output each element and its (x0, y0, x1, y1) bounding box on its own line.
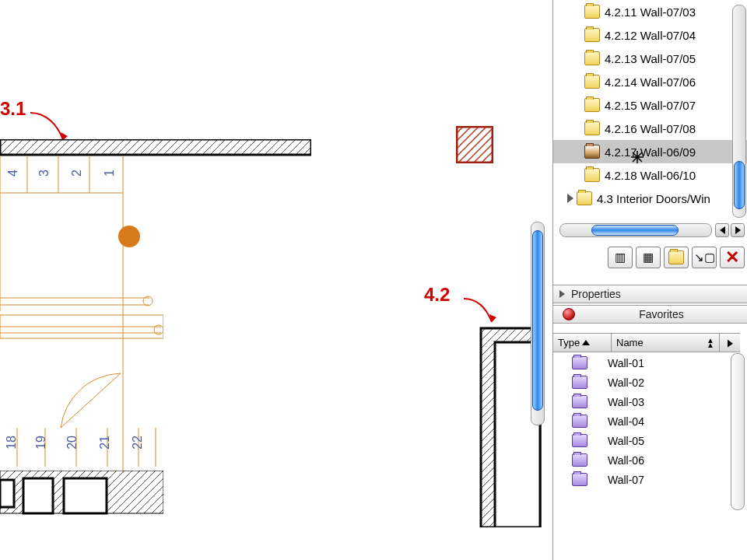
wall-lower (0, 471, 163, 517)
column-header-name-label: Name (616, 337, 644, 348)
tree-item-label: 4.2.17 Wall-06/09 (605, 145, 696, 159)
tree-item[interactable]: 4.2.18 Wall-06/10 (553, 163, 747, 187)
tree-item-label: 4.3 Interior Doors/Win (597, 192, 710, 205)
favorite-row[interactable]: Wall-04 (553, 411, 729, 431)
favorite-folder-icon (572, 356, 587, 369)
favorite-name: Wall-04 (608, 415, 644, 428)
tree-item[interactable]: 4.2.15 Wall-07/07 (553, 93, 747, 117)
stair-number: 2 (70, 170, 84, 177)
sort-icon: ▲▲ (707, 338, 714, 348)
properties-label: Properties (571, 288, 621, 300)
tree-hscroll-thumb[interactable] (591, 225, 679, 236)
wall-horizontal (0, 139, 311, 156)
favorites-header[interactable]: Favorites (553, 305, 747, 324)
column-header-name[interactable]: Name ▲▲ (612, 334, 720, 352)
favorite-folder-icon (572, 415, 587, 428)
favorite-folder-icon (572, 453, 587, 467)
folder-icon (584, 51, 600, 65)
tree-item[interactable]: 4.2.16 Wall-07/08 (553, 117, 747, 140)
favorite-row[interactable]: Wall-07 (553, 470, 729, 489)
sort-ascending-icon (582, 340, 590, 345)
favorites-list[interactable]: Wall-01 Wall-02 Wall-03 Wall-04 Wall-05 … (553, 353, 729, 489)
favorites-table-header: Type Name ▲▲ ▶ (553, 333, 740, 352)
view-tree[interactable]: 4.2.11 Wall-07/03 4.2.12 Wall-07/04 4.2.… (553, 0, 747, 218)
toolbar-button-folder[interactable] (664, 247, 689, 268)
stair-number: 19 (34, 436, 48, 450)
stair-number: 1 (103, 170, 117, 177)
tree-item-label: 4.2.11 Wall-07/03 (605, 5, 696, 19)
folder-icon (577, 191, 592, 205)
tree-item-label: 4.2.13 Wall-07/05 (605, 52, 696, 65)
stair-number: 20 (65, 436, 79, 450)
tree-scrollbar-thumb[interactable] (734, 161, 745, 209)
column-header-type-label: Type (558, 337, 580, 348)
folder-icon (584, 121, 600, 135)
favorite-row[interactable]: Wall-05 (553, 431, 729, 450)
tree-item[interactable]: 4.2.12 Wall-07/04 (553, 23, 747, 47)
annotation-3-1: 3.1 (0, 98, 26, 120)
stair-number: 3 (37, 170, 51, 177)
toolbar-button-view[interactable]: ▥ (608, 247, 633, 268)
panel-toolbar: ▥ ▦ ↘▢ ✕ (553, 244, 747, 271)
column-overflow[interactable]: ▶ (720, 334, 740, 352)
favorite-name: Wall-06 (608, 454, 644, 467)
favorite-name: Wall-02 (608, 376, 644, 389)
svg-rect-0 (0, 139, 311, 155)
annotation-4-2: 4.2 (424, 284, 450, 306)
stair-number: 22 (131, 436, 145, 450)
scroll-right-button[interactable] (731, 223, 745, 237)
annotation-arrow-4-2 (461, 294, 500, 329)
toolbar-button-delete[interactable]: ✕ (720, 247, 745, 268)
favorite-name: Wall-01 (608, 357, 644, 369)
tree-item[interactable]: 4.2.14 Wall-07/06 (553, 70, 747, 93)
folder-icon (584, 5, 600, 19)
favorite-folder-icon (572, 473, 587, 486)
favorites-label: Favorites (575, 308, 747, 320)
stair-number: 18 (5, 436, 19, 450)
tree-item-label: 4.2.12 Wall-07/04 (605, 29, 696, 42)
favorite-row[interactable]: Wall-03 (553, 392, 729, 411)
column-header-type[interactable]: Type (553, 334, 612, 352)
scroll-left-button[interactable] (715, 223, 729, 237)
disclosure-triangle-icon[interactable] (567, 194, 573, 203)
svg-rect-24 (64, 478, 107, 513)
toolbar-button-import[interactable]: ↘▢ (692, 247, 717, 268)
stair-number: 21 (98, 436, 112, 450)
tree-vertical-scrollbar[interactable] (732, 5, 746, 218)
tree-horizontal-scrollbar[interactable] (559, 223, 712, 237)
red-hatch-marker (456, 126, 493, 163)
favorites-vertical-scrollbar[interactable] (731, 353, 745, 510)
side-panel: 4.2.11 Wall-07/03 4.2.12 Wall-07/04 4.2.… (552, 0, 747, 560)
svg-rect-22 (0, 480, 14, 507)
tree-item-label: 4.2.15 Wall-07/07 (605, 99, 696, 112)
canvas-scrollbar-thumb[interactable] (532, 230, 543, 411)
stair-number: 4 (6, 170, 20, 177)
folder-icon (584, 28, 600, 42)
favorite-folder-icon (572, 376, 587, 389)
folder-icon (584, 75, 600, 89)
folder-icon (584, 168, 600, 182)
svg-rect-23 (23, 478, 53, 513)
folder-icon (668, 250, 684, 264)
properties-header[interactable]: Properties (553, 285, 747, 303)
toolbar-button-new[interactable]: ▦ (636, 247, 661, 268)
favorite-row[interactable]: Wall-02 (553, 373, 729, 392)
tree-item[interactable]: 4.2.13 Wall-07/05 (553, 47, 747, 70)
svg-rect-25 (457, 127, 493, 163)
disclosure-triangle-icon[interactable] (559, 290, 565, 298)
tree-item-parent[interactable]: 4.3 Interior Doors/Win (553, 187, 747, 210)
tree-item-label: 4.2.16 Wall-07/08 (605, 122, 696, 135)
favorite-folder-icon (572, 434, 587, 447)
favorite-row[interactable]: Wall-01 (553, 353, 729, 373)
tree-item-selected[interactable]: 4.2.17 Wall-06/09 (553, 140, 747, 163)
canvas-vertical-scrollbar[interactable] (531, 222, 545, 425)
svg-point-7 (118, 226, 140, 247)
favorite-row[interactable]: Wall-06 (553, 450, 729, 470)
favorite-name: Wall-07 (608, 474, 644, 486)
tree-item[interactable]: 4.2.11 Wall-07/03 (553, 0, 747, 23)
tree-item-label: 4.2.18 Wall-06/10 (605, 169, 696, 182)
folder-icon (584, 98, 600, 112)
floorplan-canvas[interactable]: 3.1 (0, 0, 545, 560)
stair-block (0, 156, 163, 474)
favorite-name: Wall-05 (608, 435, 644, 447)
